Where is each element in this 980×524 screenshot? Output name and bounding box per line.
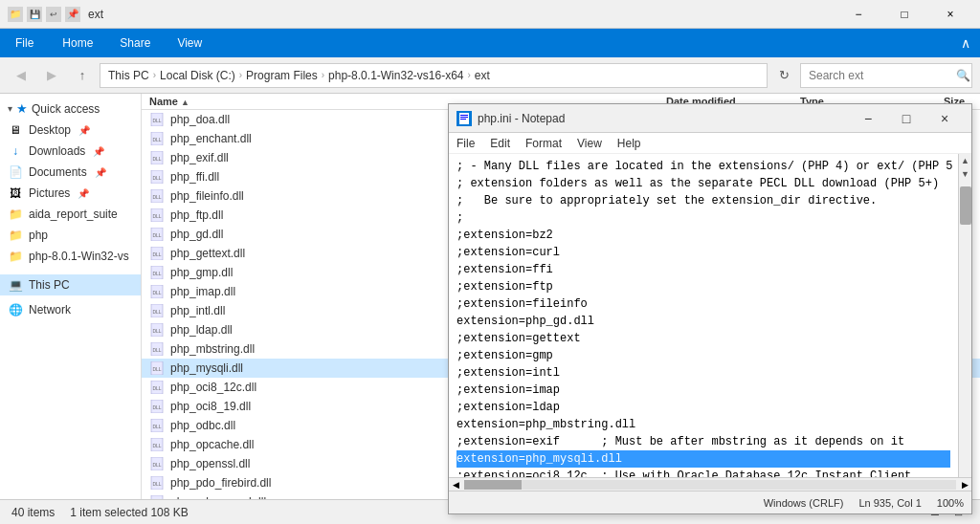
notepad-file-menu[interactable]: File	[449, 133, 482, 153]
notepad-view-menu[interactable]: View	[569, 133, 610, 153]
sidebar-item-desktop[interactable]: 🖥 Desktop 📌	[0, 120, 141, 141]
svg-text:DLL: DLL	[152, 481, 161, 487]
hscroll-track[interactable]	[464, 480, 956, 490]
notepad-zoom: 100%	[937, 497, 964, 509]
svg-text:DLL: DLL	[152, 232, 161, 238]
minimize-button[interactable]: −	[836, 0, 880, 29]
svg-text:DLL: DLL	[152, 328, 161, 334]
search-input[interactable]	[809, 69, 952, 82]
ribbon-view-tab[interactable]: View	[164, 29, 215, 57]
svg-text:DLL: DLL	[152, 404, 161, 410]
path-thispc[interactable]: This PC	[108, 69, 149, 82]
svg-text:DLL: DLL	[152, 385, 161, 391]
path-programfiles[interactable]: Program Files	[246, 69, 318, 82]
sidebar-item-network[interactable]: 🌐 Network	[0, 299, 141, 320]
content-line: extension=php_mbstring.dll	[457, 416, 950, 433]
documents-pin: 📌	[95, 167, 106, 178]
close-button[interactable]: ×	[928, 0, 972, 29]
path-sep-3: ›	[322, 70, 324, 80]
dll-file-icon: DLL	[149, 360, 165, 376]
scroll-down-arrow[interactable]: ▼	[959, 167, 971, 181]
hscroll-thumb[interactable]	[464, 480, 522, 490]
notepad-help-menu[interactable]: Help	[610, 133, 649, 153]
ribbon-home-tab[interactable]: Home	[49, 29, 106, 57]
sidebar-item-php[interactable]: 📁 php	[0, 225, 141, 246]
refresh-button[interactable]: ↻	[771, 63, 796, 88]
notepad-format-menu[interactable]: Format	[518, 133, 569, 153]
svg-rect-46	[460, 117, 468, 118]
downloads-pin: 📌	[93, 146, 104, 157]
back-button[interactable]: ◀	[8, 62, 34, 89]
title-bar-icons: 📁 💾 ↩ 📌	[8, 7, 80, 22]
dll-file-icon: DLL	[149, 303, 165, 318]
notepad-window: php.ini - Notepad − □ × File Edit Format…	[448, 103, 972, 514]
dll-file-icon: DLL	[149, 284, 165, 299]
desktop-icon: 🖥	[8, 122, 23, 138]
forward-button[interactable]: ▶	[38, 62, 65, 89]
content-line: ;extension=intl	[457, 364, 950, 382]
path-ext[interactable]: ext	[475, 69, 490, 82]
content-line: ;extension=curl	[457, 244, 950, 261]
svg-text:DLL: DLL	[152, 118, 161, 123]
ribbon-file-tab[interactable]: File	[0, 29, 49, 57]
notepad-close-button[interactable]: ×	[925, 105, 964, 132]
sidebar-section-network: 🌐 Network	[0, 299, 141, 320]
sidebar-php-version-label: php-8.0.1-Win32-vs	[29, 250, 129, 263]
notepad-maximize-button[interactable]: □	[887, 105, 925, 132]
sidebar-item-aida[interactable]: 📁 aida_report_suite	[0, 204, 141, 225]
dll-file-icon: DLL	[149, 456, 165, 471]
ribbon-collapse-button[interactable]: ∧	[951, 29, 980, 57]
ribbon: File Home Share View ∧	[0, 29, 980, 57]
svg-rect-45	[460, 115, 468, 116]
address-path[interactable]: This PC › Local Disk (C:) › Program File…	[100, 63, 768, 88]
notepad-line-ending: Windows (CRLF)	[764, 497, 844, 509]
svg-text:DLL: DLL	[152, 366, 161, 372]
sidebar-item-pictures[interactable]: 🖼 Pictures 📌	[0, 183, 141, 204]
search-icon[interactable]: 🔍	[956, 69, 970, 82]
sidebar-item-downloads[interactable]: ↓ Downloads 📌	[0, 141, 141, 162]
notepad-app-icon	[457, 111, 472, 126]
quick-access-header[interactable]: ▾ ★ Quick access	[0, 98, 141, 120]
scroll-right-arrow[interactable]: ▶	[958, 478, 971, 491]
dll-file-icon: DLL	[149, 322, 165, 338]
scroll-left-arrow[interactable]: ◀	[449, 478, 462, 491]
content-line: ;extension=gettext	[457, 330, 950, 347]
path-php[interactable]: php-8.0.1-Win32-vs16-x64	[328, 69, 463, 82]
scroll-up-arrow[interactable]: ▲	[959, 154, 971, 167]
path-localdisk[interactable]: Local Disk (C:)	[160, 69, 235, 82]
dll-file-icon: DLL	[149, 227, 165, 242]
notepad-minimize-button[interactable]: −	[849, 105, 887, 132]
up-button[interactable]: ↑	[69, 62, 96, 89]
dll-file-icon: DLL	[149, 188, 165, 204]
sidebar-item-documents[interactable]: 📄 Documents 📌	[0, 162, 141, 183]
notepad-horizontal-scrollbar[interactable]: ◀ ▶	[449, 477, 971, 491]
content-line: ;extension=oci8_12c ; Use with Oracle Da…	[457, 468, 950, 477]
svg-rect-47	[460, 119, 466, 120]
notepad-content[interactable]: ; - Many DLL files are located in the ex…	[449, 154, 958, 477]
notepad-scrollbar[interactable]: ▲ ▼	[958, 154, 971, 477]
network-icon: 🌐	[8, 302, 23, 317]
content-line: ;	[457, 209, 950, 227]
ribbon-share-tab[interactable]: Share	[106, 29, 164, 57]
address-bar: ◀ ▶ ↑ This PC › Local Disk (C:) › Progra…	[0, 57, 980, 94]
dll-file-icon: DLL	[149, 341, 165, 357]
dll-file-icon: DLL	[149, 265, 165, 280]
notepad-main-area: ; - Many DLL files are located in the ex…	[449, 154, 971, 477]
sidebar-item-thispc[interactable]: 💻 This PC	[0, 274, 141, 295]
sidebar-item-php-version[interactable]: 📁 php-8.0.1-Win32-vs	[0, 246, 141, 267]
notepad-menubar: File Edit Format View Help	[449, 133, 971, 154]
notepad-statusbar: Windows (CRLF) Ln 935, Col 1 100%	[449, 491, 971, 513]
sidebar-section-thispc: 💻 This PC	[0, 274, 141, 295]
thispc-icon: 💻	[8, 277, 23, 293]
sort-arrow: ▲	[181, 98, 189, 107]
sidebar-network-label: Network	[29, 303, 71, 317]
search-box[interactable]: 🔍	[800, 63, 972, 88]
svg-text:DLL: DLL	[152, 271, 161, 276]
maximize-button[interactable]: □	[882, 0, 926, 29]
notepad-edit-menu[interactable]: Edit	[482, 133, 518, 153]
content-line: ;extension=ffi	[457, 261, 950, 278]
php-version-folder-icon: 📁	[8, 249, 23, 264]
scroll-thumb[interactable]	[960, 186, 971, 225]
dll-file-icon: DLL	[149, 475, 165, 491]
svg-text:DLL: DLL	[152, 137, 161, 142]
